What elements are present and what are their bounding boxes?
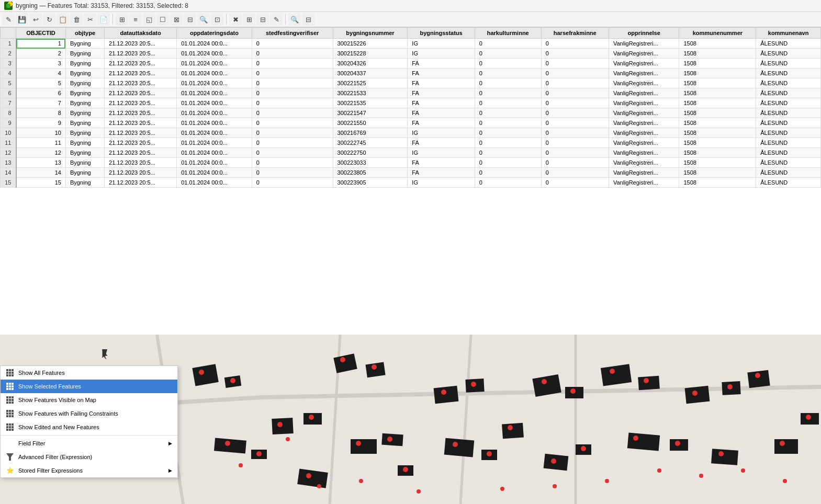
cell-kommunenummer[interactable]: 1508 <box>679 88 756 98</box>
cell-bygningsnummer[interactable]: 300215228 <box>333 49 408 59</box>
cell-oppdateringsdato[interactable]: 01.01.2024 00:0... <box>177 178 252 188</box>
cell-objectid[interactable]: 11 <box>16 138 66 148</box>
deselect-btn[interactable]: ☐ <box>156 13 169 26</box>
cell-datauttaksdato[interactable]: 21.12.2023 20:5... <box>105 138 177 148</box>
cell-kommunenavn[interactable]: ÅLESUND <box>756 108 821 118</box>
cell-objectid[interactable]: 13 <box>16 158 66 168</box>
cell-objectid[interactable]: 3 <box>16 59 66 68</box>
new-field-btn[interactable]: ⊞ <box>116 13 128 26</box>
cell-stedfestingverifiser[interactable]: 0 <box>252 108 333 118</box>
cell-kommunenummer[interactable]: 1508 <box>679 148 756 158</box>
cell-kommunenavn[interactable]: ÅLESUND <box>756 39 821 49</box>
cell-objtype[interactable]: Bygning <box>65 68 104 78</box>
actions-btn[interactable]: ⊟ <box>302 13 314 26</box>
cell-bygningsnummer[interactable]: 300221533 <box>333 88 408 98</box>
cell-kommunenavn[interactable]: ÅLESUND <box>756 168 821 178</box>
cell-opprinnelse[interactable]: VanligRegistreri... <box>609 148 679 158</box>
cell-oppdateringsdato[interactable]: 01.01.2024 00:0... <box>177 148 252 158</box>
cell-stedfestingverifiser[interactable]: 0 <box>252 128 333 138</box>
cell-harsefrakminne[interactable]: 0 <box>541 108 609 118</box>
cell-bygningsstatus[interactable]: FA <box>408 59 475 68</box>
cell-bygningsstatus[interactable]: IG <box>408 128 475 138</box>
cell-opprinnelse[interactable]: VanligRegistreri... <box>609 78 679 88</box>
cell-bygningsnummer[interactable]: 300221547 <box>333 108 408 118</box>
cell-kommunenummer[interactable]: 1508 <box>679 138 756 148</box>
cell-bygningsstatus[interactable]: FA <box>408 138 475 148</box>
cell-oppdateringsdato[interactable]: 01.01.2024 00:0... <box>177 118 252 128</box>
cell-harsefrakminne[interactable]: 0 <box>541 98 609 108</box>
cell-bygningsnummer[interactable]: 300221535 <box>333 98 408 108</box>
cell-oppdateringsdato[interactable]: 01.01.2024 00:0... <box>177 158 252 168</box>
cell-harsefrakminne[interactable]: 0 <box>541 128 609 138</box>
cell-objectid[interactable]: 10 <box>16 128 66 138</box>
cell-kommunenummer[interactable]: 1508 <box>679 178 756 188</box>
menu-item-show-all-features[interactable]: Show All Features <box>1 366 177 380</box>
menu-item-advanced-filter[interactable]: Advanced Filter (Expression) <box>1 450 177 464</box>
table-row[interactable]: 1414Bygning21.12.2023 20:5...01.01.2024 … <box>1 168 821 178</box>
cell-harkulturminne[interactable]: 0 <box>475 178 541 188</box>
cell-bygningsnummer[interactable]: 300204326 <box>333 59 408 68</box>
cell-datauttaksdato[interactable]: 21.12.2023 20:5... <box>105 78 177 88</box>
cell-bygningsstatus[interactable]: FA <box>408 98 475 108</box>
menu-item-field-filter[interactable]: Field Filter <box>1 437 177 450</box>
table-row[interactable]: 1010Bygning21.12.2023 20:5...01.01.2024 … <box>1 128 821 138</box>
cell-harkulturminne[interactable]: 0 <box>475 128 541 138</box>
cell-kommunenummer[interactable]: 1508 <box>679 98 756 108</box>
add-row-btn[interactable]: ⊞ <box>243 13 255 26</box>
cell-opprinnelse[interactable]: VanligRegistreri... <box>609 88 679 98</box>
col-kommunenummer[interactable]: kommunenummer <box>679 28 756 39</box>
cell-oppdateringsdato[interactable]: 01.01.2024 00:0... <box>177 108 252 118</box>
cell-harkulturminne[interactable]: 0 <box>475 88 541 98</box>
cell-stedfestingverifiser[interactable]: 0 <box>252 168 333 178</box>
cell-oppdateringsdato[interactable]: 01.01.2024 00:0... <box>177 98 252 108</box>
cell-kommunenummer[interactable]: 1508 <box>679 108 756 118</box>
cell-harkulturminne[interactable]: 0 <box>475 108 541 118</box>
table-row[interactable]: 22Bygning21.12.2023 20:5...01.01.2024 00… <box>1 49 821 59</box>
cell-datauttaksdato[interactable]: 21.12.2023 20:5... <box>105 158 177 168</box>
table-row[interactable]: 11Bygning21.12.2023 20:5...01.01.2024 00… <box>1 39 821 49</box>
cell-objectid[interactable]: 4 <box>16 68 66 78</box>
cell-kommunenavn[interactable]: ÅLESUND <box>756 178 821 188</box>
cell-stedfestingverifiser[interactable]: 0 <box>252 98 333 108</box>
col-harsefrakminne[interactable]: harsefrakminne <box>541 28 609 39</box>
cell-kommunenavn[interactable]: ÅLESUND <box>756 68 821 78</box>
col-bygningsstatus[interactable]: bygningsstatus <box>408 28 475 39</box>
menu-item-show-visible[interactable]: Show Features Visible on Map <box>1 393 177 407</box>
cell-harsefrakminne[interactable]: 0 <box>541 68 609 78</box>
cell-harkulturminne[interactable]: 0 <box>475 168 541 178</box>
cell-harkulturminne[interactable]: 0 <box>475 148 541 158</box>
save-edits-btn[interactable]: 💾 <box>16 13 28 26</box>
cell-oppdateringsdato[interactable]: 01.01.2024 00:0... <box>177 88 252 98</box>
cell-opprinnelse[interactable]: VanligRegistreri... <box>609 39 679 49</box>
cell-kommunenummer[interactable]: 1508 <box>679 168 756 178</box>
search-btn[interactable]: 🔍 <box>288 13 301 26</box>
cell-datauttaksdato[interactable]: 21.12.2023 20:5... <box>105 168 177 178</box>
cell-harsefrakminne[interactable]: 0 <box>541 118 609 128</box>
col-datauttaksdato[interactable]: datauttaksdato <box>105 28 177 39</box>
cell-bygningsnummer[interactable]: 300215226 <box>333 39 408 49</box>
cell-objectid[interactable]: 9 <box>16 118 66 128</box>
table-row[interactable]: 33Bygning21.12.2023 20:5...01.01.2024 00… <box>1 59 821 68</box>
table-row[interactable]: 88Bygning21.12.2023 20:5...01.01.2024 00… <box>1 108 821 118</box>
table-row[interactable]: 1515Bygning21.12.2023 20:5...01.01.2024 … <box>1 178 821 188</box>
paste-btn[interactable]: 📋 <box>57 13 69 26</box>
cell-objectid[interactable]: 1 <box>16 39 66 49</box>
cell-kommunenummer[interactable]: 1508 <box>679 59 756 68</box>
cell-kommunenavn[interactable]: ÅLESUND <box>756 118 821 128</box>
cell-stedfestingverifiser[interactable]: 0 <box>252 49 333 59</box>
menu-item-show-edited[interactable]: Show Edited and New Features <box>1 420 177 434</box>
cell-objtype[interactable]: Bygning <box>65 78 104 88</box>
cell-datauttaksdato[interactable]: 21.12.2023 20:5... <box>105 148 177 158</box>
cell-bygningsnummer[interactable]: 300204337 <box>333 68 408 78</box>
cell-stedfestingverifiser[interactable]: 0 <box>252 68 333 78</box>
cell-opprinnelse[interactable]: VanligRegistreri... <box>609 128 679 138</box>
cell-bygningsstatus[interactable]: IG <box>408 49 475 59</box>
cell-bygningsstatus[interactable]: FA <box>408 68 475 78</box>
cell-stedfestingverifiser[interactable]: 0 <box>252 39 333 49</box>
cell-harkulturminne[interactable]: 0 <box>475 78 541 88</box>
cell-opprinnelse[interactable]: VanligRegistreri... <box>609 158 679 168</box>
cell-datauttaksdato[interactable]: 21.12.2023 20:5... <box>105 68 177 78</box>
cell-harkulturminne[interactable]: 0 <box>475 158 541 168</box>
cell-oppdateringsdato[interactable]: 01.01.2024 00:0... <box>177 39 252 49</box>
cell-stedfestingverifiser[interactable]: 0 <box>252 118 333 128</box>
